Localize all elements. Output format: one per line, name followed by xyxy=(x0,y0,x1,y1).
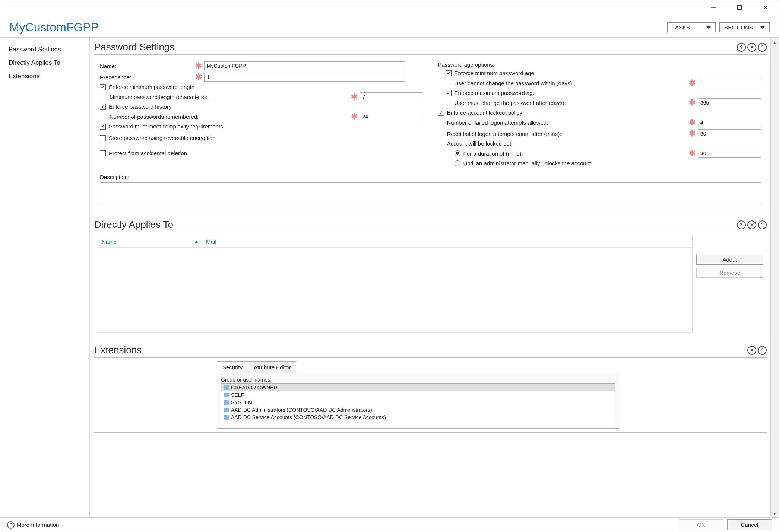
list-item[interactable]: CREATOR OWNER xyxy=(221,384,615,391)
enforce-min-age-checkbox[interactable] xyxy=(446,70,452,76)
reset-after-label: Reset failed logon attempts count after … xyxy=(447,131,687,137)
close-section-icon[interactable]: ✕ xyxy=(747,220,756,229)
description-textarea[interactable] xyxy=(100,182,761,204)
more-information-toggle[interactable]: ˄ More Information xyxy=(7,521,59,529)
precedence-input[interactable] xyxy=(204,73,405,82)
max-age-input[interactable] xyxy=(698,98,761,107)
section-header-password-settings: Password Settings ? ✕ ˄ xyxy=(94,38,767,54)
min-length-label: Minimum password length (characters): xyxy=(110,94,349,100)
users-icon xyxy=(224,385,229,390)
list-item[interactable]: AAD DC Service Accounts (CONTOSO\AAD DC … xyxy=(221,414,615,421)
content: Password Settings ? ✕ ˄ Name: ✱ xyxy=(90,38,770,517)
scroll-up-icon[interactable]: ▴ xyxy=(771,38,779,46)
help-icon[interactable]: ? xyxy=(737,220,746,229)
password-settings-panel: Name: ✱ Precedence: ✱ Enforce minimum pa… xyxy=(94,54,767,211)
sidebar-item-extensions[interactable]: Extensions xyxy=(7,70,83,83)
column-header-name[interactable]: Name xyxy=(98,236,202,247)
window: MyCustomFGPP TASKS SECTIONS Password Set… xyxy=(0,0,779,532)
help-icon[interactable]: ? xyxy=(737,43,746,52)
close-section-icon[interactable]: ✕ xyxy=(747,346,756,355)
sections-dropdown[interactable]: SECTIONS xyxy=(719,22,770,32)
group-or-user-listbox[interactable]: CREATOR OWNER SELF SYSTEM AAD DC Adminis… xyxy=(221,383,615,424)
users-icon xyxy=(224,400,229,405)
description-label: Description: xyxy=(100,174,129,180)
header: MyCustomFGPP TASKS SECTIONS xyxy=(0,17,779,38)
min-age-input[interactable] xyxy=(698,79,761,87)
tab-security[interactable]: Security xyxy=(217,361,248,373)
applies-to-panel: Name Mail Add... Remove xyxy=(94,232,767,337)
max-age-sublabel: User must change the password after (day… xyxy=(455,100,687,106)
enforce-lockout-checkbox[interactable] xyxy=(438,110,444,116)
sidebar-item-password-settings[interactable]: Password Settings xyxy=(7,43,83,56)
history-count-label: Number of passwords remembered: xyxy=(110,114,349,120)
users-icon xyxy=(224,415,229,420)
column-header-mail[interactable]: Mail xyxy=(202,236,269,247)
extensions-panel: Security Attribute Editor Group or user … xyxy=(94,357,767,433)
titlebar xyxy=(0,0,779,17)
required-icon: ✱ xyxy=(689,151,696,156)
collapse-icon[interactable]: ˄ xyxy=(758,220,767,229)
section-header-applies-to: Directly Applies To ? ✕ ˄ xyxy=(94,215,767,232)
complexity-checkbox[interactable] xyxy=(100,124,106,130)
reset-after-input[interactable] xyxy=(698,129,761,138)
name-input[interactable] xyxy=(204,61,405,70)
remove-button[interactable]: Remove xyxy=(696,268,763,278)
required-icon: ✱ xyxy=(351,95,358,99)
history-count-input[interactable] xyxy=(360,112,423,121)
add-button[interactable]: Add... xyxy=(696,255,763,265)
lock-duration-label: For a duration of (mins): xyxy=(463,150,687,157)
more-information-label: More Information xyxy=(17,522,59,528)
lock-duration-input[interactable] xyxy=(698,149,761,158)
column-mail-label: Mail xyxy=(206,239,216,245)
list-item[interactable]: SYSTEM xyxy=(221,399,615,406)
ok-button[interactable]: OK xyxy=(679,519,723,530)
min-length-input[interactable] xyxy=(360,92,423,101)
sort-ascending-icon xyxy=(194,241,198,243)
list-item-label: SELF xyxy=(231,392,244,398)
close-button[interactable] xyxy=(753,0,779,15)
footer: ˄ More Information OK Cancel xyxy=(0,517,779,532)
list-item-label: AAD DC Service Accounts (CONTOSO\AAD DC … xyxy=(231,414,386,420)
tab-attribute-editor[interactable]: Attribute Editor xyxy=(248,361,296,373)
reversible-encryption-checkbox[interactable] xyxy=(100,135,106,141)
enforce-max-age-checkbox[interactable] xyxy=(446,90,452,96)
enforce-history-checkbox[interactable] xyxy=(100,104,106,110)
min-age-sublabel: User cannot change the password within (… xyxy=(455,80,687,86)
vertical-scrollbar[interactable]: ▴ ▾ xyxy=(770,38,779,517)
lock-duration-radio[interactable] xyxy=(455,150,460,156)
applies-to-table[interactable]: Name Mail xyxy=(98,236,693,333)
section-header-extensions: Extensions ✕ ˄ xyxy=(94,341,767,357)
scroll-down-icon[interactable]: ▾ xyxy=(771,509,779,517)
minimize-button[interactable] xyxy=(700,0,726,15)
collapse-icon[interactable]: ˄ xyxy=(758,346,767,355)
lock-until-admin-radio[interactable] xyxy=(455,160,460,166)
list-item[interactable]: AAD DC Administrators (CONTOSO\AAD DC Ad… xyxy=(221,406,615,414)
list-item-label: SYSTEM xyxy=(231,399,253,405)
cancel-button[interactable]: Cancel xyxy=(727,519,772,530)
collapse-icon[interactable]: ˄ xyxy=(758,43,767,52)
section-title-text: Directly Applies To xyxy=(94,219,173,230)
column-name-label: Name xyxy=(102,239,117,245)
caret-down-icon xyxy=(760,26,765,29)
svg-rect-1 xyxy=(738,6,742,10)
sidebar-item-directly-applies-to[interactable]: Directly Applies To xyxy=(7,56,83,70)
chevron-up-icon: ˄ xyxy=(7,521,15,529)
list-item-label: CREATOR OWNER xyxy=(231,385,278,391)
required-icon: ✱ xyxy=(351,114,358,119)
sections-label: SECTIONS xyxy=(724,24,753,31)
failed-attempts-input[interactable] xyxy=(698,118,761,127)
maximize-button[interactable] xyxy=(726,0,753,15)
footer-buttons: OK Cancel xyxy=(679,519,772,530)
age-options-header: Password age options: xyxy=(438,61,495,68)
section-icons: ? ✕ ˄ xyxy=(737,220,767,229)
tasks-dropdown[interactable]: TASKS xyxy=(667,22,716,32)
close-section-icon[interactable]: ✕ xyxy=(747,43,756,52)
required-icon: ✱ xyxy=(195,64,202,68)
section-title-text: Password Settings xyxy=(94,41,174,53)
enforce-min-length-checkbox[interactable] xyxy=(100,84,106,90)
protect-from-deletion-checkbox[interactable] xyxy=(100,150,106,156)
content-wrap: Password Settings ? ✕ ˄ Name: ✱ xyxy=(90,38,779,517)
enforce-min-age-label: Enforce minimum password age xyxy=(455,70,534,76)
table-header: Name Mail xyxy=(98,236,692,248)
list-item[interactable]: SELF xyxy=(221,391,615,399)
